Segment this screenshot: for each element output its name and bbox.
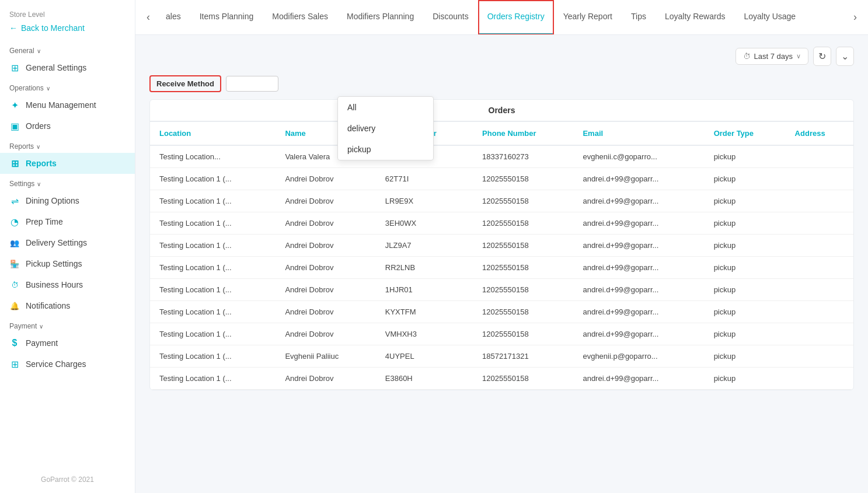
tab-tips[interactable]: Tips bbox=[622, 0, 656, 35]
nav-next-button[interactable]: › bbox=[847, 9, 863, 26]
table-row[interactable]: Testing Location 1 (... Andrei Dobrov RR… bbox=[150, 257, 853, 279]
reports-section-label: Reports bbox=[9, 142, 34, 151]
date-filter-button[interactable]: ⏱ Last 7 days ∨ bbox=[735, 48, 809, 65]
cell-email: evghenii.p@goparro... bbox=[573, 345, 704, 368]
store-level-label: Store Level bbox=[0, 0, 135, 21]
dropdown-option-pickup[interactable]: pickup bbox=[338, 139, 433, 160]
orders-header-cell: Orders bbox=[150, 100, 853, 121]
tab-loyalty-rewards[interactable]: Loyalty Rewards bbox=[656, 0, 735, 35]
cell-email: andrei.d+99@goparr... bbox=[573, 190, 704, 212]
table-row[interactable]: Testing Location 1 (... Andrei Dobrov 62… bbox=[150, 168, 853, 190]
dropdown-option-all[interactable]: All bbox=[338, 97, 433, 118]
cell-phone: 12025550158 bbox=[473, 368, 573, 390]
cell-order-type: pickup bbox=[705, 168, 786, 190]
tab-modifiers-planning-label: Modifiers Planning bbox=[347, 12, 414, 21]
orders-table: Orders Location Name Order Number Phone … bbox=[150, 100, 853, 390]
sidebar-item-general-settings[interactable]: ⊞ General Settings bbox=[0, 57, 135, 78]
sidebar-item-service-charges[interactable]: ⊞ Service Charges bbox=[0, 354, 135, 375]
refresh-button[interactable]: ↻ bbox=[813, 47, 831, 66]
tab-loyalty-usage[interactable]: Loyalty Usage bbox=[734, 0, 805, 35]
cell-location: Testing Location 1 (... bbox=[150, 323, 276, 345]
receive-method-input[interactable] bbox=[226, 76, 278, 92]
footer: GoParrot © 2021 bbox=[0, 466, 135, 493]
cell-order-type: pickup bbox=[705, 368, 786, 390]
cell-name: Andrei Dobrov bbox=[276, 301, 375, 323]
menu-icon: ✦ bbox=[9, 100, 20, 110]
general-label: General bbox=[9, 47, 34, 55]
tab-items-planning[interactable]: Items Planning bbox=[190, 0, 263, 35]
tab-tips-label: Tips bbox=[631, 12, 646, 21]
cell-location: Testing Location 1 (... bbox=[150, 168, 276, 190]
more-options-button[interactable]: ⌄ bbox=[836, 47, 854, 66]
cell-location: Testing Location 1 (... bbox=[150, 235, 276, 257]
cell-order-number: VMHXH3 bbox=[376, 323, 473, 345]
payment-icon: $ bbox=[9, 338, 20, 348]
tab-loyalty-rewards-label: Loyalty Rewards bbox=[665, 12, 726, 21]
tab-sales[interactable]: ales bbox=[156, 0, 190, 35]
reports-icon: ⊞ bbox=[9, 158, 20, 169]
cell-name: Andrei Dobrov bbox=[276, 212, 375, 235]
tab-modifiers-sales[interactable]: Modifiers Sales bbox=[263, 0, 337, 35]
cell-location: Testing Location... bbox=[150, 145, 276, 168]
cell-order-number: 3EH0WX bbox=[376, 212, 473, 235]
cell-order-number: RR2LNB bbox=[376, 257, 473, 279]
cell-phone: 12025550158 bbox=[473, 235, 573, 257]
table-row[interactable]: Testing Location 1 (... Andrei Dobrov LR… bbox=[150, 190, 853, 212]
tab-orders-registry[interactable]: Orders Registry bbox=[478, 0, 554, 35]
receive-method-dropdown: All delivery pickup bbox=[337, 96, 434, 160]
tab-yearly-report[interactable]: Yearly Report bbox=[554, 0, 622, 35]
cell-order-type: pickup bbox=[705, 279, 786, 301]
dropdown-option-delivery[interactable]: delivery bbox=[338, 118, 433, 139]
general-chevron-icon: ∨ bbox=[37, 48, 41, 54]
tab-orders-registry-label: Orders Registry bbox=[487, 12, 545, 21]
table-row[interactable]: Testing Location 1 (... Andrei Dobrov E3… bbox=[150, 368, 853, 390]
sidebar-item-menu-management[interactable]: ✦ Menu Management bbox=[0, 95, 135, 116]
sidebar-item-business-hours[interactable]: ⏱ Business Hours bbox=[0, 274, 135, 295]
table-row[interactable]: Testing Location 1 (... Andrei Dobrov 3E… bbox=[150, 212, 853, 235]
cell-location: Testing Location 1 (... bbox=[150, 368, 276, 390]
content-area: ⏱ Last 7 days ∨ ↻ ⌄ Receive Method All d… bbox=[135, 35, 868, 493]
sidebar-item-orders[interactable]: ▣ Orders bbox=[0, 116, 135, 137]
tab-yearly-report-label: Yearly Report bbox=[563, 12, 612, 21]
cell-phone: 12025550158 bbox=[473, 279, 573, 301]
tab-modifiers-planning[interactable]: Modifiers Planning bbox=[337, 0, 423, 35]
notifications-icon: 🔔 bbox=[9, 300, 20, 311]
cell-order-type: pickup bbox=[705, 190, 786, 212]
col-header-order-type: Order Type bbox=[705, 121, 786, 145]
sidebar-item-dining-options[interactable]: ⇌ Dining Options bbox=[0, 190, 135, 211]
sidebar-item-payment[interactable]: $ Payment bbox=[0, 333, 135, 354]
sidebar-item-pickup-settings[interactable]: 🏪 Pickup Settings bbox=[0, 253, 135, 274]
table-row[interactable]: Testing Location 1 (... Andrei Dobrov JL… bbox=[150, 235, 853, 257]
cell-location: Testing Location 1 (... bbox=[150, 345, 276, 368]
cell-name: Andrei Dobrov bbox=[276, 190, 375, 212]
cell-email: andrei.d+99@goparr... bbox=[573, 257, 704, 279]
section-operations: Operations ∨ bbox=[0, 78, 135, 95]
cell-phone: 12025550158 bbox=[473, 301, 573, 323]
sidebar-item-prep-time[interactable]: ◔ Prep Time bbox=[0, 211, 135, 232]
table-row[interactable]: Testing Location 1 (... Andrei Dobrov 1H… bbox=[150, 279, 853, 301]
cell-address bbox=[786, 279, 853, 301]
cell-address bbox=[786, 301, 853, 323]
cell-phone: 18572171321 bbox=[473, 345, 573, 368]
table-row[interactable]: Testing Location... Valera Valera E9VCZ5… bbox=[150, 145, 853, 168]
receive-method-label: Receive Method bbox=[149, 75, 221, 92]
sidebar-item-reports[interactable]: ⊞ Reports bbox=[0, 153, 135, 174]
cell-email: andrei.d+99@goparr... bbox=[573, 279, 704, 301]
cell-order-type: pickup bbox=[705, 301, 786, 323]
filter-row: Receive Method All delivery pickup bbox=[149, 75, 854, 92]
sidebar-item-notifications[interactable]: 🔔 Notifications bbox=[0, 295, 135, 316]
table-row[interactable]: Testing Location 1 (... Evghenii Paliiuc… bbox=[150, 345, 853, 368]
tab-discounts[interactable]: Discounts bbox=[423, 0, 477, 35]
sidebar: Store Level ← Back to Merchant General ∨… bbox=[0, 0, 135, 493]
nav-prev-button[interactable]: ‹ bbox=[140, 9, 156, 26]
cell-email: andrei.d+99@goparr... bbox=[573, 212, 704, 235]
notifications-label: Notifications bbox=[26, 301, 70, 310]
cell-location: Testing Location 1 (... bbox=[150, 212, 276, 235]
back-to-merchant-button[interactable]: ← Back to Merchant bbox=[0, 21, 135, 41]
sidebar-item-delivery-settings[interactable]: 👥 Delivery Settings bbox=[0, 232, 135, 253]
cell-phone: 12025550158 bbox=[473, 257, 573, 279]
table-row[interactable]: Testing Location 1 (... Andrei Dobrov KY… bbox=[150, 301, 853, 323]
table-row[interactable]: Testing Location 1 (... Andrei Dobrov VM… bbox=[150, 323, 853, 345]
date-filter-chevron-icon: ∨ bbox=[796, 53, 801, 60]
reports-chevron-icon: ∨ bbox=[36, 144, 40, 150]
